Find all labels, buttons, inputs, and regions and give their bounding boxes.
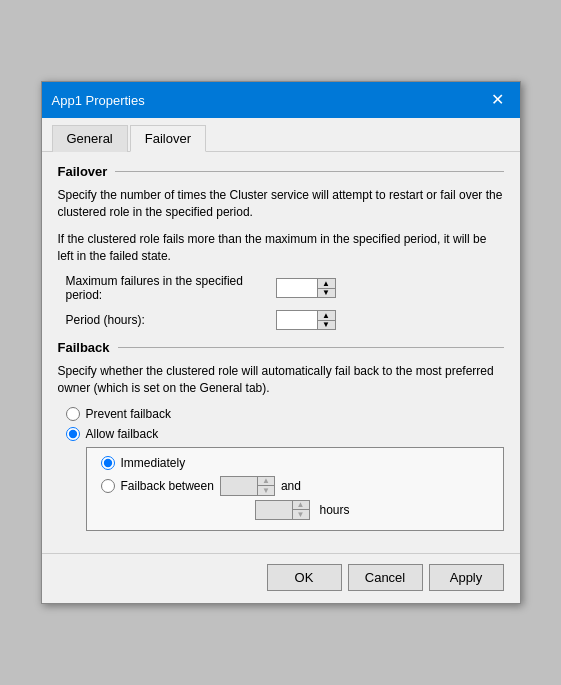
failover-description1: Specify the number of times the Cluster … — [58, 187, 504, 221]
period-input[interactable]: 6 — [277, 311, 317, 329]
failback-between-input1[interactable]: 0 — [221, 477, 257, 495]
failback-radio-group: Prevent failback Allow failback Immediat… — [58, 407, 504, 531]
allow-failback-section: Allow failback Immediately Failback betw… — [66, 427, 504, 531]
and-text: and — [281, 479, 301, 493]
failback-between-label[interactable]: Failback between — [121, 479, 214, 493]
max-failures-label: Maximum failures in the specified period… — [66, 274, 276, 302]
failback-between-input2[interactable]: 0 — [256, 501, 292, 519]
immediately-radio[interactable] — [101, 456, 115, 470]
prevent-failback-radio[interactable] — [66, 407, 80, 421]
immediately-label[interactable]: Immediately — [121, 456, 186, 470]
failover-description2: If the clustered role fails more than th… — [58, 231, 504, 265]
max-failures-down-button[interactable]: ▼ — [318, 289, 335, 298]
tab-bar: General Failover — [42, 118, 520, 152]
prevent-failback-label[interactable]: Prevent failback — [86, 407, 171, 421]
tab-failover[interactable]: Failover — [130, 125, 206, 152]
dialog: App1 Properties ✕ General Failover Failo… — [41, 81, 521, 604]
hours-text: hours — [320, 503, 350, 517]
prevent-failback-row: Prevent failback — [66, 407, 504, 421]
failback-hours-row: 0 ▲ ▼ hours — [227, 500, 493, 520]
failback-between-spinner1-buttons: ▲ ▼ — [257, 477, 274, 495]
ok-button[interactable]: OK — [267, 564, 342, 591]
apply-button[interactable]: Apply — [429, 564, 504, 591]
failback-between-spinner1[interactable]: 0 ▲ ▼ — [220, 476, 275, 496]
failback-between2-up-button[interactable]: ▲ — [293, 501, 309, 511]
max-failures-input[interactable]: 3 — [277, 279, 317, 297]
period-spinner[interactable]: 6 ▲ ▼ — [276, 310, 336, 330]
failback-description: Specify whether the clustered role will … — [58, 363, 504, 397]
failback-between-spinner2[interactable]: 0 ▲ ▼ — [255, 500, 310, 520]
dialog-title: App1 Properties — [52, 93, 145, 108]
period-row: Period (hours): 6 ▲ ▼ — [58, 310, 504, 330]
failback-between-radio[interactable] — [101, 479, 115, 493]
failover-section-header: Failover — [58, 164, 504, 179]
tab-content: Failover Specify the number of times the… — [42, 152, 520, 545]
immediately-row: Immediately — [97, 456, 493, 470]
period-down-button[interactable]: ▼ — [318, 321, 335, 330]
max-failures-spinner-buttons: ▲ ▼ — [317, 279, 335, 297]
cancel-button[interactable]: Cancel — [348, 564, 423, 591]
footer: OK Cancel Apply — [42, 553, 520, 603]
failback-between-row: Failback between 0 ▲ ▼ and — [97, 476, 493, 496]
allow-failback-row: Allow failback — [66, 427, 504, 441]
close-button[interactable]: ✕ — [486, 88, 510, 112]
allow-failback-radio[interactable] — [66, 427, 80, 441]
failover-divider-line — [115, 171, 503, 172]
max-failures-spinner[interactable]: 3 ▲ ▼ — [276, 278, 336, 298]
allow-failback-box: Immediately Failback between 0 ▲ ▼ — [86, 447, 504, 531]
failover-heading: Failover — [58, 164, 108, 179]
failback-section-header: Failback — [58, 340, 504, 355]
period-spinner-buttons: ▲ ▼ — [317, 311, 335, 329]
failback-heading: Failback — [58, 340, 110, 355]
title-bar: App1 Properties ✕ — [42, 82, 520, 118]
period-label: Period (hours): — [66, 313, 276, 327]
failback-between1-up-button[interactable]: ▲ — [258, 477, 274, 487]
failback-between-spinner2-buttons: ▲ ▼ — [292, 501, 309, 519]
failback-between2-down-button[interactable]: ▼ — [293, 510, 309, 519]
failback-between1-down-button[interactable]: ▼ — [258, 486, 274, 495]
tab-general[interactable]: General — [52, 125, 128, 152]
failback-divider-line — [118, 347, 504, 348]
allow-failback-label[interactable]: Allow failback — [86, 427, 159, 441]
max-failures-row: Maximum failures in the specified period… — [58, 274, 504, 302]
